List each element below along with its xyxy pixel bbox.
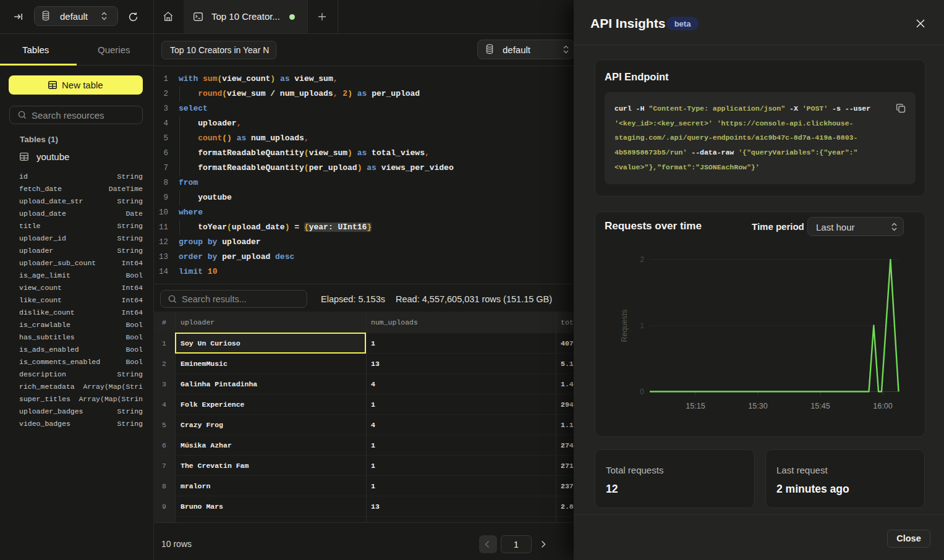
svg-text:Requests: Requests <box>620 310 629 342</box>
svg-text:0: 0 <box>640 388 644 396</box>
svg-text:2: 2 <box>640 255 644 264</box>
svg-text:15:30: 15:30 <box>748 402 767 410</box>
svg-text:16:00: 16:00 <box>873 402 892 410</box>
svg-text:15:15: 15:15 <box>686 402 705 410</box>
svg-text:1: 1 <box>640 321 644 330</box>
svg-text:15:45: 15:45 <box>810 402 830 410</box>
